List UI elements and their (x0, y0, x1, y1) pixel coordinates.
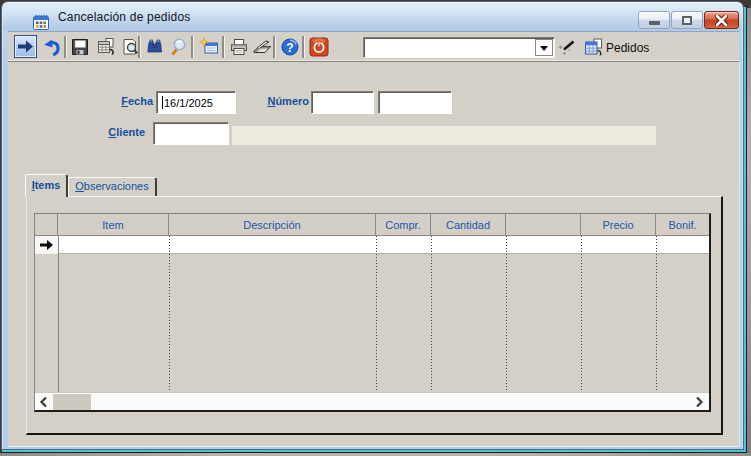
toolbar-separator (222, 36, 224, 58)
background-right-strip (747, 8, 751, 456)
mdi-frame-edge (744, 7, 746, 451)
window-outer-edge (746, 5, 747, 452)
close-icon (715, 15, 728, 26)
new-window-button[interactable] (199, 37, 219, 57)
exit-button[interactable] (309, 37, 329, 57)
scanner-icon (251, 37, 273, 57)
grid-header-selector (35, 214, 58, 235)
scroll-right-icon[interactable] (695, 396, 704, 408)
minimize-icon (649, 21, 660, 25)
fecha-input[interactable]: 16/1/2025 (156, 91, 236, 114)
restore-icon (682, 16, 692, 25)
printer-icon (229, 37, 249, 57)
wizard-button[interactable] (557, 37, 577, 57)
grid-header-descripcion[interactable]: Descripción (169, 214, 376, 235)
toolbar-separator (138, 36, 140, 58)
table-copy-blue-icon (583, 37, 604, 58)
numero-input-1[interactable] (311, 91, 374, 114)
text-caret (162, 96, 163, 109)
grid-header-precio[interactable]: Precio (581, 214, 656, 235)
table-copy-icon (96, 37, 116, 57)
toolbar-separator (273, 36, 275, 58)
grid-header-cantidad[interactable]: Cantidad (431, 214, 506, 235)
close-button[interactable] (704, 11, 739, 29)
grid-column-separator (169, 236, 170, 392)
power-icon (309, 37, 329, 57)
grid-column-separator (656, 236, 657, 392)
window-title: Cancelación de pedidos (58, 10, 191, 24)
grid-header-bonif[interactable]: Bonif. (656, 214, 709, 235)
copy-to-grid-button[interactable] (96, 37, 116, 57)
undo-button[interactable] (41, 37, 61, 57)
current-row-arrow-icon (39, 239, 54, 251)
toolbar-separator (191, 36, 193, 58)
arrow-right-box-icon (15, 36, 36, 57)
help-button[interactable]: ? (280, 37, 300, 57)
minimize-button[interactable] (638, 11, 670, 29)
tab-items[interactable]: Items (25, 174, 68, 197)
undo-arrow-icon (41, 37, 61, 57)
combobox-dropdown-button[interactable] (535, 39, 553, 56)
grid-header-item[interactable]: Item (58, 214, 169, 235)
print-preview-button[interactable] (120, 37, 140, 57)
zoom-button[interactable] (168, 37, 188, 57)
grid-body (35, 236, 709, 392)
tab-page-items: Item Descripción Compr. Cantidad Precio … (26, 196, 723, 435)
scrollbar-thumb[interactable] (53, 394, 91, 410)
scan-button[interactable] (251, 37, 271, 57)
app-icon (33, 14, 49, 30)
chevron-down-icon (540, 46, 548, 51)
page-magnifier-icon (120, 37, 140, 57)
grid-header-blank[interactable] (506, 214, 581, 235)
toolbar: ? (8, 31, 739, 62)
numero-label: Número (248, 95, 309, 109)
grid-column-separator (431, 236, 432, 392)
new-window-icon (199, 37, 219, 57)
magnifier-icon (168, 37, 188, 57)
pedidos-button[interactable]: Pedidos (583, 36, 649, 59)
cliente-display (232, 126, 656, 145)
client-area: Fecha 16/1/2025 Número Cliente Items Obs… (8, 62, 739, 446)
scroll-left-icon[interactable] (39, 396, 48, 408)
grid-header-row: Item Descripción Compr. Cantidad Precio … (35, 214, 709, 236)
binoculars-icon (145, 37, 165, 57)
titlebar[interactable]: Cancelación de pedidos (3, 3, 742, 31)
mdi-frame-edge (2, 450, 746, 452)
floppy-disk-icon (70, 37, 90, 57)
items-grid: Item Descripción Compr. Cantidad Precio … (34, 213, 711, 412)
grid-column-separator (581, 236, 582, 392)
print-button[interactable] (229, 37, 249, 57)
search-combobox[interactable] (363, 37, 555, 58)
pedidos-button-label: Pedidos (606, 41, 649, 55)
find-button[interactable] (145, 37, 165, 57)
fecha-label: Fecha (96, 95, 153, 109)
grid-row-current[interactable] (35, 236, 709, 254)
tab-observaciones[interactable]: Observaciones (68, 177, 157, 196)
numero-input-2[interactable] (378, 91, 452, 114)
app-window: Cancelación de pedidos (1, 1, 744, 450)
grid-column-separator (376, 236, 377, 392)
save-button[interactable] (70, 37, 90, 57)
row-selector-cell[interactable] (35, 236, 58, 254)
accept-button[interactable] (14, 35, 37, 58)
cliente-input[interactable] (153, 122, 229, 145)
magic-wand-icon (557, 37, 577, 57)
cliente-label: Cliente (88, 126, 145, 140)
grid-horizontal-scrollbar[interactable] (35, 392, 709, 410)
window-outer-edge (1, 452, 747, 453)
toolbar-separator (302, 36, 304, 58)
svg-text:?: ? (286, 41, 293, 55)
toolbar-separator (64, 36, 66, 58)
grid-header-compr[interactable]: Compr. (376, 214, 431, 235)
help-icon: ? (280, 37, 300, 57)
restore-button[interactable] (671, 11, 703, 29)
grid-column-separator (506, 236, 507, 392)
grid-column-separator (58, 236, 59, 392)
